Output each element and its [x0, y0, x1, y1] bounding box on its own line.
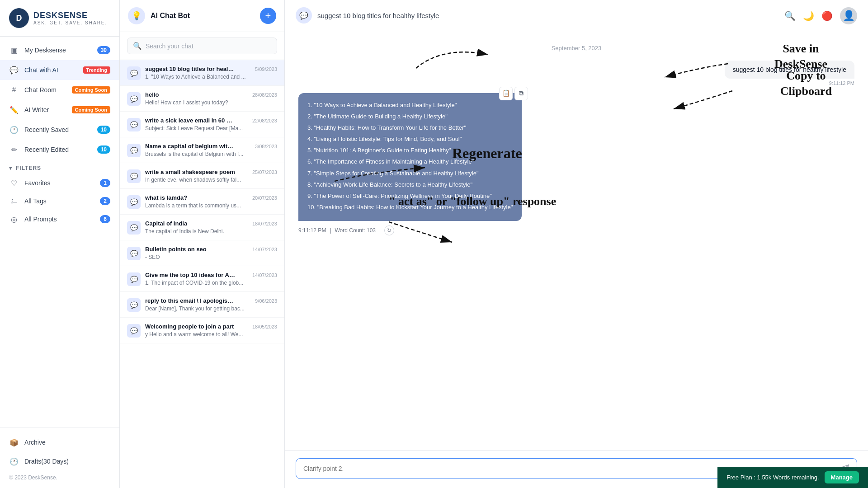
badge-recently-edited: 10: [97, 145, 110, 154]
ai-response-line: 3. "Healthy Habits: How to Transform You…: [307, 123, 513, 133]
ai-response-line: 10. "Breaking Bad Habits: How to Kicksta…: [307, 202, 513, 212]
chat-item-icon: 💬: [127, 144, 141, 157]
chat-icon: 💬: [9, 65, 19, 75]
sidebar-item-my-desksense[interactable]: ▣ My Desksense 30: [0, 40, 119, 60]
chat-list-item[interactable]: 💬 Give me the top 10 ideas for Arti... 1…: [120, 266, 284, 292]
chat-item-content: write a sick leave email in 60 wo... 22/…: [145, 117, 277, 131]
copyright: © 2023 DeskSense.: [9, 471, 110, 483]
chat-list-item[interactable]: 💬 write a small shakespeare poem 25/07/2…: [120, 163, 284, 189]
sidebar-item-recently-edited[interactable]: ✏ Recently Edited 10: [0, 140, 119, 160]
manage-button[interactable]: Manage: [825, 471, 859, 483]
notification-icon[interactable]: 🔴: [821, 10, 833, 21]
chat-item-icon: 💬: [127, 324, 141, 338]
chat-item-top: Capital of india 18/07/2023: [145, 220, 277, 227]
chat-item-date: 28/08/2023: [252, 92, 277, 98]
chat-item-icon: 💬: [127, 298, 141, 312]
chat-item-date: 14/07/2023: [252, 247, 277, 252]
chat-list-item[interactable]: 💬 write a sick leave email in 60 wo... 2…: [120, 112, 284, 137]
chat-item-title: Give me the top 10 ideas for Arti...: [145, 272, 236, 278]
save-icon: 📋: [502, 88, 510, 99]
chat-item-icon: 💬: [127, 118, 141, 131]
badge-favorites: 1: [100, 179, 110, 187]
ai-message-bubble: 📋 ⧉ 1. "10 Ways to Achieve a Balanced an…: [298, 93, 522, 221]
user-avatar[interactable]: 👤: [840, 7, 857, 24]
chat-main: 🔍 🌙 🔴 👤 💬 suggest 10 blog titles for hea…: [285, 0, 868, 488]
chat-item-title: Capital of india: [145, 220, 187, 227]
archive-label: Archive: [24, 439, 46, 446]
chat-list-item[interactable]: 💬 reply to this email \ I apologise fo..…: [120, 292, 284, 318]
sidebar: D DESKSENSE ASK. GET. SAVE. SHARE. ▣ My …: [0, 0, 120, 488]
save-button[interactable]: 📋: [499, 87, 513, 100]
chat-item-title: suggest 10 blog titles for healthy ...: [145, 66, 236, 72]
chat-item-content: write a small shakespeare poem 25/07/202…: [145, 169, 277, 183]
sidebar-item-chat-with-ai[interactable]: 💬 Chat with AI Trending: [0, 60, 119, 80]
pencil-icon: ✏️: [9, 105, 19, 115]
badge-my-desksense: 30: [97, 46, 110, 54]
nav-label-recently-edited: Recently Edited: [24, 146, 69, 153]
chat-item-content: Give me the top 10 ideas for Arti... 14/…: [145, 272, 277, 286]
chat-list-item[interactable]: 💬 Bulletin points on seo 14/07/2023 - SE…: [120, 240, 284, 266]
chat-item-title: Bulletin points on seo: [145, 246, 207, 253]
dark-mode-icon[interactable]: 🌙: [803, 10, 814, 21]
chat-list-item[interactable]: 💬 what is lamda? 20/07/2023 Lambda is a …: [120, 189, 284, 215]
search-topbar-icon[interactable]: 🔍: [784, 10, 796, 21]
chat-list-item[interactable]: 💬 suggest 10 blog titles for healthy ...…: [120, 60, 284, 86]
sidebar-item-ai-writer[interactable]: ✏️ AI Writer Coming Soon: [0, 100, 119, 120]
nav-label-recently-saved: Recently Saved: [24, 126, 69, 133]
sidebar-item-chat-room[interactable]: # Chat Room Coming Soon: [0, 80, 119, 100]
filter-all-tags[interactable]: 🏷 All Tags 2: [9, 192, 110, 210]
footer-archive[interactable]: 📦 Archive: [9, 433, 110, 452]
chat-item-date: 25/07/2023: [252, 169, 277, 175]
ai-response-line: 2. "The Ultimate Guide to Building a Hea…: [307, 112, 513, 122]
chat-item-content: hello 28/08/2023 Hello! How can I assist…: [145, 91, 277, 106]
chat-item-preview: y Hello and a warm welcome to all! We...: [145, 331, 277, 338]
chat-item-icon: 💬: [127, 66, 141, 80]
drafts-icon: 🕐: [9, 456, 19, 466]
chat-item-content: what is lamda? 20/07/2023 Lambda is a te…: [145, 194, 277, 209]
chat-list-item[interactable]: 💬 Name a capital of belgium with f... 3/…: [120, 137, 284, 163]
chat-item-date: 3/08/2023: [255, 144, 277, 149]
ai-response-line: 1. "10 Ways to Achieve a Balanced and He…: [307, 100, 513, 110]
new-chat-button[interactable]: +: [260, 8, 276, 24]
chat-item-date: 5/09/2023: [255, 66, 277, 72]
footer-drafts[interactable]: 🕐 Drafts(30 Days): [9, 452, 110, 471]
chat-header-title: suggest 10 blog titles for healthy lifes…: [317, 12, 843, 19]
word-count: Word Count: 103: [335, 227, 376, 234]
chat-item-preview: Subject: Sick Leave Request Dear [Ma...: [145, 125, 277, 131]
chat-item-title: write a sick leave email in 60 wo...: [145, 117, 236, 124]
separator: |: [330, 227, 331, 234]
hash-icon: #: [9, 85, 19, 95]
filters-header[interactable]: ▾ FILTERS: [9, 162, 110, 174]
filter-favorites[interactable]: ♡ Favorites 1: [9, 174, 110, 192]
copy-button[interactable]: ⧉: [514, 87, 528, 100]
chat-list-item[interactable]: 💬 hello 28/08/2023 Hello! How can I assi…: [120, 86, 284, 112]
chat-item-top: Name a capital of belgium with f... 3/08…: [145, 143, 277, 150]
ai-response-line: 8. "Achieving Work-Life Balance: Secrets…: [307, 180, 513, 190]
heart-icon: ♡: [9, 178, 19, 188]
ai-response-line: 7. "Simple Steps for Creating a Sustaina…: [307, 169, 513, 178]
annotation-area: Start a New Chat Save inDeskSense: [298, 235, 854, 353]
filter-favorites-label: Favorites: [24, 179, 51, 187]
chat-item-preview: In gentle eve, when shadows softly fal..…: [145, 177, 277, 183]
regenerate-button[interactable]: ↻: [384, 225, 394, 235]
chat-list-item[interactable]: 💬 Welcoming people to join a part 18/05/…: [120, 318, 284, 343]
chat-item-preview: - SEO: [145, 254, 277, 260]
ai-response-line: 6. "The Importance of Fitness in Maintai…: [307, 157, 513, 167]
ai-response-line: 5. "Nutrition 101: A Beginner's Guide to…: [307, 145, 513, 155]
free-plan-bar: Free Plan : 1.55k Words remaining. Manag…: [717, 467, 868, 488]
chat-messages: September 5, 2023 suggest 10 blog titles…: [285, 31, 868, 450]
chat-list-item[interactable]: 💬 Capital of india 18/07/2023 The capita…: [120, 215, 284, 240]
nav-label-my-desksense: My Desksense: [24, 47, 66, 54]
date-separator: September 5, 2023: [298, 45, 854, 52]
sidebar-item-recently-saved[interactable]: 🕐 Recently Saved 10: [0, 120, 119, 140]
logo-text: DESKSENSE ASK. GET. SAVE. SHARE.: [33, 11, 107, 25]
chat-item-title: reply to this email \ I apologise fo...: [145, 297, 236, 304]
search-input[interactable]: [146, 42, 271, 50]
tag-icon: 🏷: [9, 196, 19, 206]
edit-icon: ✏: [9, 145, 19, 155]
topbar-right: 🔍 🌙 🔴 👤: [774, 0, 868, 32]
ai-message-wrap: 📋 ⧉ 1. "10 Ways to Achieve a Balanced an…: [298, 93, 854, 221]
filter-all-prompts[interactable]: ◎ All Prompts 6: [9, 210, 110, 228]
filters-label: FILTERS: [16, 165, 41, 171]
ai-response-line: 9. "The Power of Self-Care: Prioritizing…: [307, 191, 513, 201]
